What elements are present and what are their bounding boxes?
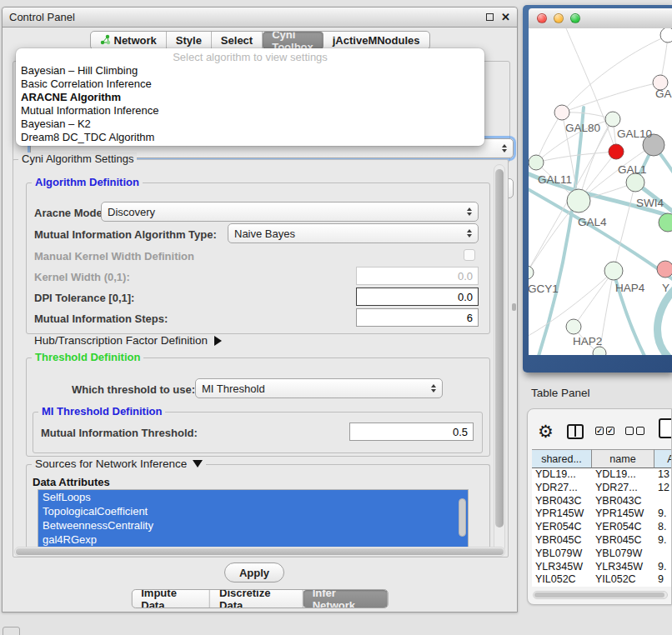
deselect-all-icon[interactable] (625, 427, 644, 435)
columns-icon[interactable] (567, 424, 584, 439)
table-cell[interactable]: 9. (654, 508, 672, 521)
tab-style[interactable]: Style (167, 32, 212, 49)
table-cell[interactable]: YBR043C (532, 495, 592, 508)
attributes-list-scrollbar[interactable] (459, 498, 466, 537)
table-cell[interactable]: YER054C (532, 521, 592, 534)
column-header-shared...[interactable]: shared... (532, 449, 592, 468)
attribute-list-item[interactable]: BetweennessCentrality (38, 518, 468, 532)
attribute-list-item[interactable]: TopologicalCoefficient (38, 504, 468, 518)
hub-definition-toggle[interactable]: Hub/Transcription Factor Definition (34, 334, 222, 347)
network-icon (99, 34, 110, 48)
zoom-light[interactable] (570, 13, 580, 23)
table-cell[interactable]: YPR145W (592, 508, 654, 521)
network-node[interactable] (604, 262, 623, 280)
network-node[interactable] (554, 105, 569, 120)
split-pane-divider[interactable] (512, 303, 516, 311)
tab-network[interactable]: Network (90, 32, 166, 49)
table-cell[interactable]: YDL19... (592, 468, 654, 482)
settings-vertical-scrollbar[interactable] (494, 164, 505, 552)
table-cell[interactable]: YER054C (592, 521, 654, 534)
tab-label: Network (113, 34, 156, 47)
table-cell[interactable]: YPR145W (532, 508, 592, 521)
column-header-A[interactable]: A (654, 449, 672, 468)
aracne-mode-label: Aracne Mode: (34, 207, 106, 219)
mi-threshold-field[interactable] (349, 422, 474, 441)
bottom-tab-infer-network[interactable]: Infer Network (303, 590, 388, 608)
table-cell[interactable]: YBR045C (592, 534, 654, 548)
network-canvas[interactable]: GAL80GAL10GALGAL1GAL11GAL4SWI4GCY1HAP4YH… (529, 28, 672, 355)
table-cell[interactable]: YBR043C (592, 495, 654, 508)
network-node[interactable] (593, 347, 606, 355)
table-cell[interactable]: 9 (654, 573, 672, 587)
algorithm-option[interactable]: Bayesian – Hill Climbing (16, 64, 484, 78)
table-cell[interactable]: YLR345W (532, 561, 592, 574)
manual-kernel-checkbox[interactable] (464, 249, 475, 261)
attribute-list-item[interactable]: SelfLoops (38, 490, 468, 504)
algorithm-option[interactable]: Mutual Information Inference (16, 104, 484, 118)
settings-horizontal-scrollbar[interactable] (14, 547, 505, 557)
table-cell[interactable]: YDR27... (532, 482, 592, 495)
close-window-icon[interactable]: ✕ (501, 13, 510, 21)
kernel-width-field[interactable] (356, 267, 479, 285)
node-label-gal80: GAL80 (565, 122, 600, 134)
gear-icon[interactable]: ⚙ (538, 422, 554, 440)
table-cell[interactable]: 12 (654, 482, 672, 495)
network-node[interactable] (609, 144, 624, 159)
table-cell[interactable]: YDL19... (532, 468, 592, 482)
chevron-down-icon (193, 460, 203, 468)
tab-jactivemnodules[interactable]: jActiveMNodules (323, 32, 429, 49)
tab-select[interactable]: Select (212, 32, 263, 49)
table-cell[interactable]: 9. (654, 561, 672, 574)
column-header-name[interactable]: name (592, 449, 654, 468)
tab-cyni-toolbox[interactable]: Cyni Toolbox (263, 32, 323, 49)
network-node[interactable] (529, 155, 544, 170)
table-cell[interactable]: 8. (654, 521, 672, 534)
table-cell[interactable]: 9. (654, 534, 672, 548)
bottom-tab-impute-data[interactable]: Impute Data (132, 590, 210, 608)
algorithm-option[interactable]: Dream8 DC_TDC Algorithm (16, 131, 484, 144)
bottom-tab-discretize-data[interactable]: Discretize Data (210, 590, 303, 608)
select-all-icon[interactable]: ✓✓ (595, 427, 614, 435)
which-threshold-combo[interactable]: MI Threshold (195, 378, 443, 398)
table-cell[interactable]: 13 (654, 468, 672, 482)
bottom-tab-bar: Impute DataDiscretize DataInfer Network (131, 589, 389, 608)
tab-label: Infer Network (313, 589, 379, 608)
table-horizontal-scrollbar[interactable] (533, 591, 668, 599)
network-node[interactable] (659, 213, 672, 232)
sources-toggle[interactable]: Sources for Network Inference (32, 458, 206, 470)
table-icon[interactable] (659, 418, 672, 438)
node-label-gal: GAL (655, 88, 672, 100)
apply-button[interactable]: Apply (224, 562, 284, 582)
table-cell[interactable] (654, 548, 672, 561)
network-edge (574, 271, 614, 327)
algorithm-option[interactable]: Bayesian – K2 (16, 118, 484, 131)
table-cell[interactable] (654, 495, 672, 508)
table-cell[interactable]: YLR345W (592, 561, 654, 574)
table-cell[interactable]: YDR27... (592, 482, 654, 495)
table-cell[interactable]: YBL079W (532, 548, 592, 561)
minimize-light[interactable] (554, 13, 564, 23)
attribute-list-item[interactable]: gal4RGexp (38, 532, 468, 547)
algorithm-dropdown-popup: Select algorithm to view settings Bayesi… (16, 48, 484, 146)
network-node[interactable] (529, 266, 534, 279)
network-node[interactable] (567, 189, 590, 212)
table-cell[interactable]: YIL052C (532, 573, 592, 587)
algorithm-option[interactable]: Basic Correlation Inference (16, 78, 484, 91)
dpi-tolerance-field[interactable] (356, 288, 479, 306)
node-label-swi4: SWI4 (636, 197, 664, 209)
close-light[interactable] (537, 13, 547, 23)
table-cell[interactable]: YIL052C (592, 573, 654, 587)
network-node[interactable] (605, 112, 620, 127)
mi-type-combo[interactable]: Naive Bayes (228, 223, 479, 243)
table-cell[interactable]: YBL079W (592, 548, 654, 561)
network-node[interactable] (660, 28, 672, 42)
mi-steps-field[interactable] (356, 308, 479, 327)
aracne-mode-combo[interactable]: Discovery (101, 202, 479, 222)
table-cell[interactable]: YBR045C (532, 534, 592, 548)
float-window-icon[interactable] (486, 13, 494, 21)
algorithm-option[interactable]: ARACNE Algorithm (16, 91, 484, 104)
network-node[interactable] (626, 173, 644, 192)
collapsed-panel-button[interactable] (3, 627, 20, 635)
network-node[interactable] (657, 261, 672, 278)
network-node[interactable] (566, 319, 581, 334)
